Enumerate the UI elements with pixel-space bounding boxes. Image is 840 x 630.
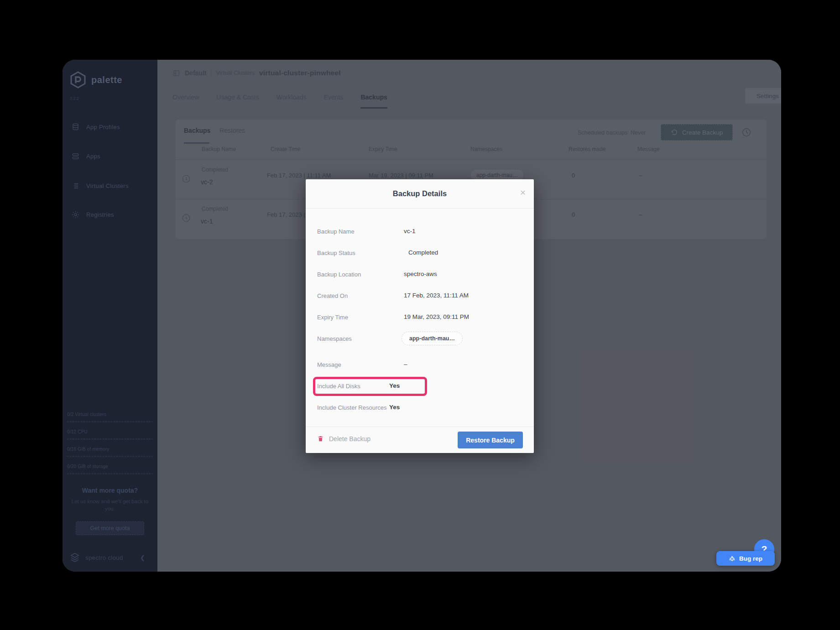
detail-label: Expiry Time — [317, 314, 348, 321]
sidebar: palette 3.2.2 App Profiles Apps Virtual — [63, 60, 157, 572]
app-version: 3.2.2 — [70, 96, 79, 101]
schedule-clock-icon[interactable] — [741, 127, 751, 137]
sidebar-item-label: App Profiles — [86, 124, 120, 130]
row-restores: 0 — [572, 211, 575, 218]
bug-report-label: Bug rep — [739, 555, 762, 562]
sidebar-item-virtual-clusters[interactable]: Virtual Clusters — [63, 177, 157, 195]
screenshot-stage: palette 3.2.2 App Profiles Apps Virtual — [0, 0, 840, 630]
sidebar-collapse-button[interactable]: ❮ — [140, 554, 145, 561]
tab-workloads[interactable]: Workloads — [277, 94, 307, 109]
palette-logo-icon — [69, 71, 87, 89]
row-name: vc-1 — [201, 218, 213, 225]
scheduled-backups-label: Scheduled backups: Never — [578, 130, 646, 136]
detail-value: Yes — [389, 404, 400, 411]
modal-header: Backup Details × — [306, 179, 534, 208]
quota-title: Want more quota? — [63, 487, 157, 494]
row-message: – — [639, 172, 642, 179]
row-message: – — [639, 211, 642, 218]
detail-row-message: Message – — [306, 355, 534, 376]
detail-row-backup-location: Backup Location spectro-aws — [306, 265, 534, 286]
card-tab-restores[interactable]: Restores — [219, 127, 245, 134]
detail-row-backup-status: Backup Status Completed — [306, 243, 534, 265]
get-more-quota-button[interactable]: Get more quota — [76, 521, 144, 535]
brand-name: spectro cloud — [85, 554, 123, 561]
project-grid-icon — [172, 69, 180, 77]
settings-button[interactable]: Settings — [745, 88, 781, 104]
row-name: vc-2 — [201, 178, 213, 186]
detail-value: Completed — [408, 249, 438, 256]
database-icon — [71, 123, 80, 131]
breadcrumb-divider — [211, 70, 211, 76]
delete-backup-button[interactable]: Delete Backup — [317, 435, 370, 443]
namespace-chip: app-darth-mau… — [402, 332, 463, 345]
col-message: Message — [637, 146, 660, 152]
backup-details-modal: Backup Details × Backup Name vc-1 Backup… — [306, 179, 534, 453]
quota-virtual-clusters: 0/2 Virtual clusters — [67, 412, 153, 422]
detail-value: Yes — [389, 382, 400, 389]
app-name: palette — [91, 75, 122, 85]
row-restores: 0 — [572, 172, 575, 179]
detail-value: – — [404, 361, 407, 368]
breadcrumb: Default Virtual Clusters virtual-cluster… — [172, 69, 341, 77]
detail-row-created-on: Created On 17 Feb, 2023, 11:11 AM — [306, 286, 534, 307]
tab-overview[interactable]: Overview — [172, 94, 199, 109]
row-status: Completed — [202, 167, 228, 173]
detail-label: Include Cluster Resources — [317, 404, 386, 411]
quota-progressbar — [67, 421, 153, 422]
backup-row-icon[interactable] — [181, 174, 191, 184]
quota-label: 0/20 GiB of storage — [67, 464, 153, 469]
bug-icon — [729, 555, 736, 562]
quota-progressbar — [67, 438, 153, 440]
detail-label: Backup Name — [317, 228, 355, 235]
page-tabs: Overview Usage & Costs Workloads Events … — [172, 94, 387, 109]
sidebar-item-apps[interactable]: Apps — [63, 147, 157, 165]
quota-progressbar — [67, 473, 153, 474]
col-restores-made: Restores made — [569, 146, 605, 152]
detail-value: 19 Mar, 2023, 09:11 PM — [404, 313, 469, 320]
quota-memory: 0/16 GiB of memory — [67, 447, 153, 457]
palette-logo: palette — [69, 71, 122, 89]
delete-backup-label: Delete Backup — [329, 435, 370, 443]
backup-row-icon[interactable] — [181, 213, 191, 223]
page-title: virtual-cluster-pinwheel — [259, 69, 341, 77]
detail-label: Backup Location — [317, 271, 361, 278]
detail-row-include-all-disks: Include All Disks Yes — [306, 376, 534, 398]
backup-restore-icon — [671, 129, 678, 136]
detail-value: spectro-aws — [404, 271, 437, 277]
card-tab-backups[interactable]: Backups — [184, 127, 210, 134]
app-window: palette 3.2.2 App Profiles Apps Virtual — [63, 60, 781, 572]
sidebar-item-label: Virtual Clusters — [86, 182, 129, 189]
detail-label: Backup Status — [317, 250, 355, 256]
sidebar-item-registries[interactable]: Registries — [63, 205, 157, 224]
close-icon[interactable]: × — [520, 187, 526, 197]
cluster-list-icon — [71, 182, 80, 190]
detail-row-expiry-time: Expiry Time 19 Mar, 2023, 09:11 PM — [306, 307, 534, 329]
restore-backup-button[interactable]: Restore Backup — [458, 432, 523, 448]
detail-label: Include All Disks — [317, 383, 360, 390]
card-tab-underline — [184, 142, 209, 144]
create-backup-button[interactable]: Create Backup — [661, 124, 733, 141]
settings-label: Settings — [757, 93, 779, 99]
detail-label: Created On — [317, 292, 348, 299]
col-expiry-time: Expiry Time — [369, 146, 397, 152]
detail-value: 17 Feb, 2023, 11:11 AM — [404, 292, 469, 299]
modal-footer: Delete Backup Restore Backup — [306, 427, 534, 453]
row-status: Completed — [202, 206, 228, 212]
trash-icon — [317, 435, 324, 443]
breadcrumb-section[interactable]: Virtual Clusters — [216, 70, 255, 76]
col-namespaces: Namespaces — [470, 146, 502, 152]
spectro-cloud-brand: spectro cloud — [69, 552, 123, 563]
sidebar-item-label: Registries — [86, 211, 114, 218]
breadcrumb-project[interactable]: Default — [185, 69, 206, 77]
detail-label: Namespaces — [317, 335, 352, 342]
detail-value: vc-1 — [404, 228, 416, 234]
col-create-time: Create Time — [271, 146, 300, 152]
tab-events[interactable]: Events — [324, 94, 344, 109]
gear-icon — [71, 210, 80, 219]
tab-backups[interactable]: Backups — [360, 94, 387, 109]
spectro-cloud-icon — [69, 552, 81, 563]
sidebar-item-app-profiles[interactable]: App Profiles — [63, 118, 157, 136]
col-backup-name: Backup Name — [202, 146, 236, 152]
bug-report-button[interactable]: Bug rep — [716, 551, 775, 566]
tab-usage-costs[interactable]: Usage & Costs — [216, 94, 259, 109]
